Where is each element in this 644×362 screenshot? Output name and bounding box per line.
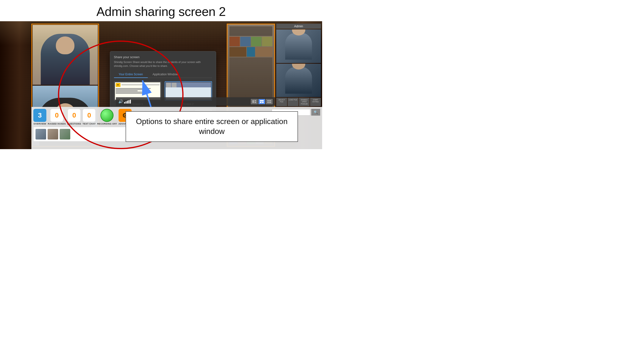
layout-btn-1[interactable] [251, 99, 258, 104]
vol-bar-5 [130, 100, 131, 103]
layout-buttons [251, 99, 272, 104]
layout-btn-2[interactable] [258, 99, 265, 104]
volume-bars [124, 100, 131, 103]
svg-rect-2 [254, 102, 256, 103]
book-row [230, 47, 272, 57]
callout-text: Options to share entire screen or applic… [136, 117, 288, 136]
doc-line [116, 93, 144, 94]
callout-box: Options to share entire screen or applic… [126, 111, 298, 142]
raised-hands-button[interactable]: 0 RAISED HANDS [48, 109, 66, 125]
raised-hands-count: 0 [50, 109, 63, 122]
dialog-subtitle: Shindig Screen Share would like to share… [114, 60, 212, 68]
admin-person2-head [292, 64, 306, 70]
text-chat-label: TEXT CHAT [82, 123, 96, 125]
vol-bar-2 [126, 101, 126, 103]
admin-buttons: SELECT FILE LOAD FILE ENABLE OPEN PODIUM… [276, 98, 321, 106]
svg-rect-7 [269, 100, 270, 101]
layout-icon-2 [260, 100, 264, 103]
text-chat-count: 0 [82, 109, 96, 122]
recording-button[interactable]: RECORDING OFF [97, 109, 117, 125]
admin-person1-bg [276, 29, 321, 63]
svg-rect-10 [269, 102, 270, 103]
page-title: Admin sharing screen 2 [0, 0, 322, 21]
admin-videos [276, 29, 321, 97]
book [230, 47, 246, 57]
book-row [230, 26, 272, 36]
tab-entire-screen[interactable]: Your Entire Screen [114, 71, 148, 78]
person1-head [56, 36, 74, 54]
enable-open-podium-button[interactable]: ENABLE OPEN PODIUM [299, 98, 310, 106]
participant-avatar-1[interactable] [36, 129, 46, 139]
svg-rect-11 [270, 102, 271, 103]
admin-label: Admin [276, 24, 321, 29]
person1-body [41, 34, 90, 85]
admin-person2-body [285, 67, 312, 94]
book [240, 37, 251, 46]
doc-line [116, 88, 151, 89]
svg-rect-6 [267, 100, 268, 101]
doc-line [116, 90, 138, 91]
questions-label: QUESTIONS [67, 123, 82, 125]
select-file-button[interactable]: SELECT FILE [276, 98, 287, 106]
book [256, 47, 272, 57]
admin-video-1 [276, 29, 321, 63]
text-chat-button[interactable]: 0 TEXT CHAT [82, 109, 96, 125]
vol-bar-4 [128, 100, 130, 103]
search-icon: 🔍 [314, 110, 318, 114]
admin-person2-bg [276, 64, 321, 97]
svg-rect-1 [254, 100, 256, 101]
media-controls-bar: 🔊 [116, 97, 275, 106]
layout-icon-1 [252, 100, 256, 103]
svg-rect-0 [252, 100, 254, 103]
book-row [230, 37, 272, 46]
mini-ss-top [166, 82, 211, 88]
overview-label: OVERVIEW [34, 123, 46, 125]
recording-indicator [100, 109, 114, 122]
search-button[interactable]: 🔍 [311, 109, 320, 116]
recording-label: RECORDING OFF [97, 123, 117, 125]
book [262, 37, 272, 46]
layout-icon-3 [267, 100, 271, 103]
svg-rect-3 [260, 100, 264, 101]
overview-button[interactable]: 3 OVERVIEW [33, 109, 46, 125]
video-area: Share your screen Shindig Screen Share w… [0, 21, 322, 149]
admin-panel: Admin SELECT FILE LOAD FILE ENABL [276, 24, 321, 106]
vol-bar-3 [127, 101, 128, 103]
doc-line [116, 89, 144, 90]
questions-button[interactable]: 0 QUESTIONS [67, 109, 82, 125]
admin-person1-body [285, 33, 312, 60]
load-file-button[interactable]: LOAD FILE [288, 98, 298, 106]
volume-control[interactable]: 🔊 [118, 99, 131, 104]
video-cell-person1 [32, 25, 98, 85]
tab-app-window[interactable]: Application Window [148, 71, 183, 78]
doc-line [116, 92, 151, 92]
book [230, 37, 240, 46]
vol-bar-1 [124, 102, 125, 103]
dialog-tabs: Your Entire Screen Application Window [114, 71, 212, 78]
participant-avatar-3[interactable] [60, 129, 70, 139]
svg-rect-4 [260, 102, 262, 103]
raised-hands-label: RAISED HANDS [48, 123, 66, 125]
book [247, 47, 255, 57]
admin-person1-head [292, 29, 306, 35]
mini-face2 [172, 83, 176, 88]
overview-count: 3 [33, 109, 46, 122]
svg-rect-8 [270, 100, 271, 101]
layout-btn-3[interactable] [266, 99, 272, 104]
admin-video-2 [276, 64, 321, 97]
start-voting-button[interactable]: START VOTING [310, 98, 321, 106]
svg-rect-5 [262, 102, 264, 103]
dialog-title: Share your screen [114, 55, 212, 59]
participant-avatar-2[interactable] [48, 129, 58, 139]
book [251, 37, 262, 46]
volume-icon: 🔊 [118, 99, 123, 104]
mini-face1 [166, 83, 171, 88]
svg-rect-9 [267, 102, 268, 103]
questions-count: 0 [68, 109, 81, 122]
